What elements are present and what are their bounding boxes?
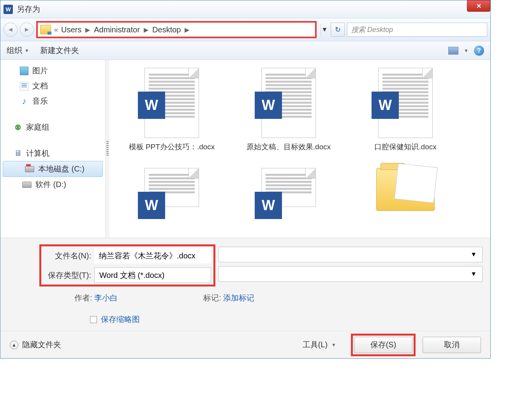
close-button[interactable]: ✕ [467,0,490,12]
filetype-dropdown[interactable]: ▼ [218,266,483,282]
window-title: 另存为 [17,4,40,14]
filename-dropdown[interactable]: ▼ [218,247,483,262]
homegroup-icon: ⚉ [14,123,22,132]
view-options-button[interactable] [448,47,458,55]
music-icon: ♪ [20,97,28,106]
navigation-sidebar: 图片 文档 ♪ 音乐 ⚉ 家庭组 🖥 计算机 本地磁盘 (C:) [0,60,106,238]
save-button[interactable]: 保存(S) [354,337,412,353]
sidebar-item-drive-c[interactable]: 本地磁盘 (C:) [3,161,103,177]
sidebar-item-documents[interactable]: 文档 [0,78,105,94]
file-item[interactable]: W [242,168,335,211]
docx-thumbnail-icon: W [261,68,316,138]
word-app-icon: W [4,5,13,14]
chevron-right-icon[interactable]: ▶ [185,26,189,34]
pictures-icon [20,67,28,75]
chevron-right-icon[interactable]: ▶ [85,26,90,34]
filename-input[interactable]: 纳兰容若《木兰花令》.docx [94,248,211,263]
breadcrumb-item[interactable]: Desktop [152,25,181,34]
tag-value[interactable]: 添加标记 [223,293,254,302]
filetype-select[interactable]: Word 文档 (*.docx) [94,267,211,283]
chevron-up-icon: ▲ [10,341,18,349]
save-as-dialog: W 另存为 ✕ ◄ ► « Users ▶ Administrator ▶ De… [0,0,491,359]
filetype-label: 保存类型(T): [44,270,94,281]
tools-menu[interactable]: 工具(L) ▼ [303,339,336,350]
dialog-footer: ▲ 隐藏文件夹 工具(L) ▼ 保存(S) 取消 [0,331,490,358]
navigation-bar: ◄ ► « Users ▶ Administrator ▶ Desktop ▶ … [0,18,490,41]
file-name-label: 原始文稿、目标效果.docx [247,142,331,152]
chevron-right-icon[interactable]: ▶ [144,26,148,34]
path-dropdown-button[interactable]: ▼ [321,24,328,35]
folder-icon [40,25,51,34]
save-thumbnail-checkbox[interactable]: 保存缩略图 [90,314,483,325]
chevron-down-icon: ▼ [25,48,29,53]
documents-icon [20,82,28,90]
body: 图片 文档 ♪ 音乐 ⚉ 家庭组 🖥 计算机 本地磁盘 (C:) [0,60,490,238]
hide-folders-button[interactable]: ▲ 隐藏文件夹 [10,339,61,350]
tag-label: 标记: [203,293,221,302]
file-name-label: 口腔保健知识.docx [374,142,436,152]
drive-icon [22,182,32,188]
breadcrumb[interactable]: « Users ▶ Administrator ▶ Desktop ▶ [36,21,317,38]
search-input[interactable]: 搜索 Desktop [347,23,487,37]
docx-thumbnail-icon: W [144,68,199,138]
breadcrumb-item[interactable]: Administrator [94,25,140,34]
sidebar-item-music[interactable]: ♪ 音乐 [0,94,105,109]
computer-icon: 🖥 [14,149,22,158]
sidebar-item-computer[interactable]: 🖥 计算机 [0,146,105,161]
titlebar: W 另存为 ✕ [0,0,490,18]
back-button[interactable]: ◄ [4,23,18,37]
sidebar-item-pictures[interactable]: 图片 [0,63,105,78]
sidebar-item-drive-d[interactable]: 软件 (D:) [0,177,105,192]
file-item[interactable]: W 模板 PPT办公技巧：.docx [125,68,218,152]
file-name-label: 模板 PPT办公技巧：.docx [129,142,215,152]
forward-button[interactable]: ► [20,23,34,37]
splitter[interactable] [106,60,109,238]
docx-thumbnail-icon: W [378,68,433,138]
file-item[interactable]: W [125,168,218,211]
highlighted-fields: 文件名(N): 纳兰容若《木兰花令》.docx 保存类型(T): Word 文档… [39,244,215,286]
file-item[interactable]: W 原始文稿、目标效果.docx [242,68,335,152]
drive-icon [25,166,34,172]
breadcrumb-overflow-icon[interactable]: « [54,26,58,34]
organize-menu[interactable]: 组织 ▼ [7,45,29,56]
sidebar-item-homegroup[interactable]: ⚉ 家庭组 [0,120,105,135]
folder-item[interactable] [359,168,452,211]
file-item[interactable]: W 口腔保健知识.docx [359,68,452,152]
author-label: 作者: [74,293,92,302]
docx-thumbnail-icon: W [144,168,199,207]
help-button[interactable]: ? [474,46,484,56]
author-value[interactable]: 李小白 [94,293,118,302]
refresh-button[interactable]: ↻ [331,23,345,37]
save-button-highlight: 保存(S) [351,334,416,356]
cancel-button[interactable]: 取消 [423,337,481,353]
new-folder-button[interactable]: 新建文件夹 [40,45,79,56]
docx-thumbnail-icon: W [261,168,316,207]
filename-label: 文件名(N): [44,251,94,261]
checkbox-icon [90,316,97,323]
save-options-panel: ▼ ▼ 文件名(N): 纳兰容若《木兰花令》.docx 保存类型(T): Wor… [0,238,490,331]
folder-icon [376,168,435,211]
breadcrumb-item[interactable]: Users [61,25,81,34]
chevron-down-icon[interactable]: ▼ [464,48,469,53]
chevron-down-icon: ▼ [331,342,336,348]
metadata-row: 作者: 李小白 标记: 添加标记 [74,293,483,303]
file-list[interactable]: W 模板 PPT办公技巧：.docx W 原始文稿、目标效果.docx W [109,60,490,238]
toolbar: 组织 ▼ 新建文件夹 ▼ ? [0,41,490,60]
